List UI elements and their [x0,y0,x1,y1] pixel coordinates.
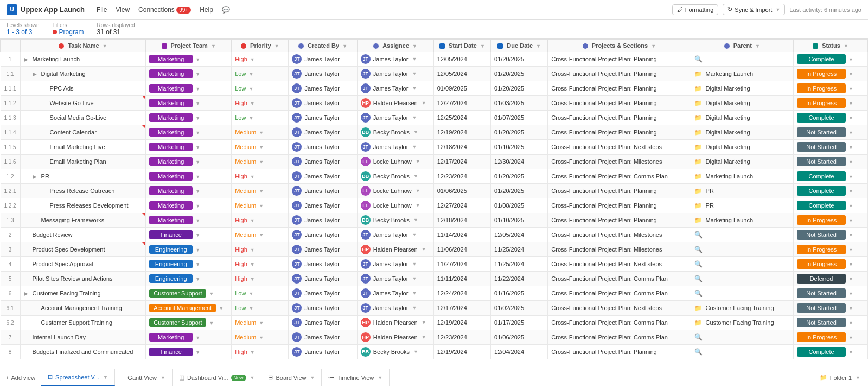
due-date-cell[interactable]: 01/20/2025 [491,169,548,184]
assignee-cell[interactable]: HP Halden Pfearsen ▼ [357,242,433,257]
parent-cell[interactable]: 📁 PR [691,184,794,198]
assignee-dropdown-arrow[interactable]: ▼ [422,334,426,340]
th-due-date[interactable]: Due Date ▼ [491,40,548,52]
priority-dropdown-arrow[interactable]: ▼ [248,306,253,311]
due-date-cell[interactable]: 12/04/2024 [491,345,548,359]
priority-cell[interactable]: High ▼ [232,52,289,67]
team-cell[interactable]: Engineering ▼ [146,272,232,286]
status-cell[interactable]: In Progress ▼ [794,96,868,111]
status-dropdown-arrow[interactable]: ▼ [848,145,853,150]
status-dropdown-arrow[interactable]: ▼ [848,86,853,92]
due-date-cell[interactable]: 01/07/2025 [491,111,548,125]
parent-cell[interactable]: 📁 Customer Facing Training [691,316,794,330]
collapse-button[interactable]: ▶ [33,71,39,77]
status-dropdown-arrow[interactable]: ▼ [848,247,853,253]
parent-cell[interactable]: 🔍 [691,242,794,257]
assignee-dropdown-arrow[interactable]: ▼ [413,349,418,355]
team-cell[interactable]: Finance ▼ [146,228,232,242]
priority-dropdown-arrow[interactable]: ▼ [259,189,264,194]
assignee-cell[interactable]: JT James Taylor ▼ [357,272,433,286]
search-icon[interactable]: 🔍 [694,260,703,268]
status-cell[interactable]: Complete ▼ [794,345,868,359]
priority-dropdown-arrow[interactable]: ▼ [259,130,264,136]
menu-chat[interactable]: 💬 [222,6,230,14]
spreadsheet-view-tab[interactable]: ⊞ Spreadsheet V... ▼ [41,369,115,386]
search-icon[interactable]: 🔍 [694,333,703,341]
task-name-cell[interactable]: ▶ Digital Marketing [20,67,146,81]
levels-value[interactable]: 1 - 3 of 3 [7,28,40,36]
priority-cell[interactable]: High ▼ [232,96,289,111]
assignee-dropdown-arrow[interactable]: ▼ [412,86,417,91]
start-date-cell[interactable]: 12/18/2024 [433,213,490,228]
status-cell[interactable]: Complete ▼ [794,184,868,198]
due-date-cell[interactable]: 11/25/2024 [491,257,548,272]
status-cell[interactable]: Complete ▼ [794,111,868,125]
team-cell[interactable]: Marketing ▼ [146,198,232,213]
start-date-cell[interactable]: 01/09/2025 [433,81,490,96]
th-assignee[interactable]: Assignee ▼ [357,40,433,52]
team-cell[interactable]: Customer Support ▼ [146,286,232,301]
team-cell[interactable]: Marketing ▼ [146,330,232,345]
team-cell[interactable]: Account Management ▼ [146,301,232,316]
priority-dropdown-arrow[interactable]: ▼ [259,320,264,326]
team-cell[interactable]: Marketing ▼ [146,81,232,96]
status-dropdown-arrow[interactable]: ▼ [848,218,853,223]
priority-dropdown-arrow[interactable]: ▼ [259,203,264,209]
parent-cell[interactable]: 📁 Digital Marketing [691,140,794,155]
status-cell[interactable]: Deferred ▼ [794,272,868,286]
due-date-cell[interactable]: 01/20/2025 [491,52,548,67]
assignee-cell[interactable]: BB Becky Brooks ▼ [357,345,433,359]
team-cell[interactable]: Marketing ▼ [146,67,232,81]
search-icon[interactable]: 🔍 [694,55,703,63]
task-name-cell[interactable]: Pilot Sites Review and Actions [20,272,146,286]
th-created-by[interactable]: Created By ▼ [289,40,357,52]
team-dropdown-arrow[interactable]: ▼ [195,57,200,62]
status-cell[interactable]: Complete ▼ [794,169,868,184]
team-cell[interactable]: Marketing ▼ [146,169,232,184]
task-name-cell[interactable]: Email Marketing Plan [20,155,146,169]
due-date-cell[interactable]: 01/20/2025 [491,67,548,81]
start-date-cell[interactable]: 01/06/2025 [433,184,490,198]
assignee-cell[interactable]: JT James Taylor ▼ [357,52,433,67]
due-date-cell[interactable]: 11/22/2024 [491,272,548,286]
status-dropdown-arrow[interactable]: ▼ [848,291,853,297]
due-date-cell[interactable]: 01/20/2025 [491,125,548,140]
team-cell[interactable]: Marketing ▼ [146,52,232,67]
collapse-button[interactable]: ▶ [33,173,39,179]
status-dropdown-arrow[interactable]: ▼ [848,72,853,77]
priority-cell[interactable]: High ▼ [232,169,289,184]
assignee-dropdown-arrow[interactable]: ▼ [413,173,418,179]
parent-cell[interactable]: 🔍 [691,330,794,345]
start-date-cell[interactable]: 12/27/2024 [433,198,490,213]
task-name-cell[interactable]: Press Releases Development [20,198,146,213]
folder-dropdown[interactable]: ▼ [856,375,860,381]
gantt-view-tab[interactable]: ≡ Gantt View ▼ [115,369,173,386]
dashboard-view-tab[interactable]: ◫ Dashboard Vi... New ▼ [173,369,262,386]
task-name-cell[interactable]: Messaging Frameworks [20,213,146,228]
team-dropdown-arrow[interactable]: ▼ [195,262,200,267]
start-date-cell[interactable]: 12/25/2024 [433,111,490,125]
status-dropdown-arrow[interactable]: ▼ [848,101,853,106]
assignee-dropdown-arrow[interactable]: ▼ [416,159,420,164]
priority-dropdown-arrow[interactable]: ▼ [250,350,255,355]
team-dropdown-arrow[interactable]: ▼ [195,101,200,106]
th-task-name[interactable]: Task Name ▼ [20,40,146,52]
parent-cell[interactable]: 📁 Digital Marketing [691,111,794,125]
assignee-cell[interactable]: BB Becky Brooks ▼ [357,125,433,140]
assignee-dropdown-arrow[interactable]: ▼ [422,247,426,252]
due-date-cell[interactable]: 11/25/2024 [491,242,548,257]
priority-dropdown-arrow[interactable]: ▼ [250,276,255,282]
assignee-dropdown-arrow[interactable]: ▼ [412,276,417,281]
parent-cell[interactable]: 🔍 [691,286,794,301]
priority-cell[interactable]: High ▼ [232,213,289,228]
team-dropdown-arrow[interactable]: ▼ [219,306,224,311]
priority-dropdown-arrow[interactable]: ▼ [259,159,264,165]
start-date-cell[interactable]: 12/19/2024 [433,125,490,140]
status-cell[interactable]: In Progress ▼ [794,242,868,257]
start-date-cell[interactable]: 12/05/2024 [433,67,490,81]
priority-cell[interactable]: Medium ▼ [232,125,289,140]
assignee-cell[interactable]: JT James Taylor ▼ [357,81,433,96]
status-cell[interactable]: Not Started ▼ [794,301,868,316]
assignee-dropdown-arrow[interactable]: ▼ [413,217,418,223]
team-dropdown-arrow[interactable]: ▼ [195,72,200,77]
